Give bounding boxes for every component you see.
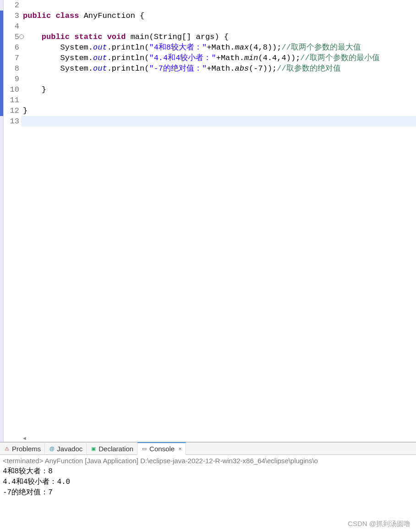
line-number: 10 (4, 84, 19, 95)
line-number: 2 (4, 0, 19, 11)
declaration-icon: ▣ (90, 445, 97, 452)
tab-console[interactable]: ▭ Console × (137, 442, 186, 455)
code-line[interactable] (21, 95, 416, 105)
bottom-tab-bar: ⚠ Problems @ Javadoc ▣ Declaration ▭ Con… (0, 442, 416, 455)
code-line[interactable]: public class AnyFunction { (21, 11, 416, 21)
code-line[interactable]: System.out.println("-7的绝对值："+Math.abs(-7… (21, 63, 416, 74)
code-line[interactable] (21, 74, 416, 84)
line-number: 6 (4, 42, 19, 53)
override-indicator-icon (19, 34, 24, 39)
console-output[interactable]: 4和8较大者：84.4和4较小者：4.0-7的绝对值：7 (0, 466, 416, 499)
line-number: 7 (4, 53, 19, 63)
code-line[interactable]: System.out.println("4.4和4较小者："+Math.min(… (21, 53, 416, 63)
tab-problems[interactable]: ⚠ Problems (0, 442, 45, 455)
code-line[interactable] (21, 21, 416, 32)
console-line: -7的绝对值：7 (3, 488, 413, 498)
tab-declaration[interactable]: ▣ Declaration (87, 442, 137, 455)
line-number-gutter: 2345678910111213 (4, 0, 21, 442)
code-content[interactable]: public class AnyFunction { public static… (21, 0, 416, 442)
editor-area[interactable]: 2345678910111213 public class AnyFunctio… (0, 0, 416, 442)
line-number: 12 (4, 105, 19, 116)
code-line[interactable]: System.out.println("4和8较大者："+Math.max(4,… (21, 42, 416, 53)
code-line[interactable]: } (21, 84, 416, 95)
console-icon: ▭ (141, 446, 148, 452)
problems-icon: ⚠ (4, 445, 10, 452)
tab-label: Declaration (99, 445, 133, 453)
line-number: 8 (4, 63, 19, 74)
code-line[interactable]: public static void main(String[] args) { (21, 32, 416, 42)
watermark-text: CSDN @抓到汤圆噜 (348, 520, 411, 528)
tab-label: Console (149, 445, 175, 453)
horizontal-scrollbar[interactable]: ◀ (21, 434, 28, 442)
overview-ruler (0, 0, 4, 442)
console-process-info: <terminated> AnyFunction [Java Applicati… (0, 455, 416, 466)
console-line: 4和8较大者：8 (3, 466, 413, 477)
code-line[interactable] (21, 116, 416, 127)
code-line[interactable]: } (21, 105, 416, 116)
line-number: 5 (4, 32, 19, 42)
line-number: 3 (4, 11, 19, 21)
tab-label: Javadoc (57, 445, 82, 453)
tab-javadoc[interactable]: @ Javadoc (45, 442, 87, 455)
javadoc-icon: @ (49, 445, 55, 452)
close-icon[interactable]: × (176, 445, 182, 452)
console-line: 4.4和4较小者：4.0 (3, 477, 413, 488)
line-number: 11 (4, 95, 19, 105)
scroll-left-icon[interactable]: ◀ (21, 435, 28, 441)
line-number: 9 (4, 74, 19, 84)
line-number: 13 (4, 116, 19, 127)
line-number: 4 (4, 21, 19, 32)
code-line[interactable] (21, 0, 416, 11)
tab-label: Problems (12, 445, 41, 453)
